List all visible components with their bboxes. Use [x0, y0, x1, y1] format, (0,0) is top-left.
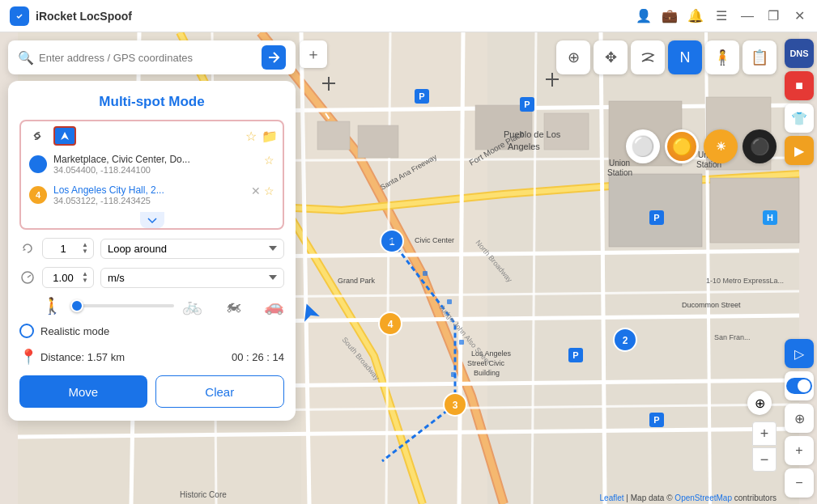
- svg-text:Historic Core: Historic Core: [180, 490, 227, 499]
- close-button[interactable]: ✕: [791, 8, 807, 24]
- search-icon: 🔍: [18, 50, 34, 66]
- speed-row: ▲ ▼ m/s: [19, 267, 284, 288]
- distance-row: 📍 Distance: 1.57 km 00 : 26 : 14: [19, 348, 284, 366]
- route-folder-button[interactable]: 📁: [262, 129, 278, 144]
- route-item-name-2: Los Angeles City Hall, 2...: [53, 184, 248, 196]
- contributors-label: contributors: [734, 493, 777, 502]
- rt-dns-button[interactable]: DNS: [785, 39, 814, 68]
- speed-icon: [19, 269, 36, 286]
- svg-text:P: P: [419, 91, 424, 101]
- minimize-button[interactable]: —: [739, 8, 755, 24]
- svg-text:Building: Building: [474, 369, 500, 377]
- route-item-remove-2[interactable]: ✕: [251, 184, 261, 197]
- svg-text:1-10 Metro ExpressLa...: 1-10 Metro ExpressLa...: [706, 277, 784, 285]
- rt-shirt-button[interactable]: 👕: [785, 104, 814, 133]
- route-item-2: 4 Los Angeles City Hall, 2... 34.053122,…: [26, 181, 278, 209]
- loop-count-value[interactable]: [48, 243, 79, 255]
- compass-button[interactable]: ⊕: [747, 391, 772, 415]
- menu-icon[interactable]: ☰: [713, 8, 730, 24]
- speed-input[interactable]: ▲ ▼: [42, 267, 94, 288]
- svg-marker-66: [23, 248, 26, 251]
- transport-slider-thumb[interactable]: [70, 299, 83, 312]
- route-star-button[interactable]: ☆: [245, 129, 257, 144]
- left-panel: 🔍 Multi-spot Mode: [8, 40, 296, 421]
- bell-icon[interactable]: 🔔: [687, 8, 704, 24]
- route-item-name-1: Marketplace, Civic Center, Do...: [53, 154, 261, 165]
- route-item-star-1[interactable]: ☆: [264, 154, 274, 167]
- route-item-text-1: Marketplace, Civic Center, Do... 34.0544…: [53, 154, 261, 175]
- svg-text:H: H: [767, 213, 773, 222]
- osm-link[interactable]: OpenStreetMap: [674, 493, 732, 502]
- zoom-out-button[interactable]: −: [752, 447, 777, 472]
- svg-text:San Fran...: San Fran...: [714, 333, 751, 341]
- window-controls: 👤 💼 🔔 ☰ — ❐ ✕: [636, 8, 807, 24]
- map-tool-clipboard[interactable]: 📋: [743, 40, 777, 74]
- action-buttons: Move Clear: [19, 375, 284, 408]
- rt-red-button[interactable]: ■: [785, 71, 814, 100]
- rt-zoomout-button[interactable]: −: [785, 468, 814, 498]
- route-list-container: ☆ 📁 Marketplace, Civic Center, Do... 34.…: [19, 120, 284, 230]
- rt-toggle-button[interactable]: [785, 371, 814, 400]
- expand-button[interactable]: [140, 212, 164, 228]
- svg-text:Angeles: Angeles: [508, 142, 540, 151]
- rt-zoomin-button[interactable]: +: [785, 436, 814, 465]
- move-button[interactable]: Move: [19, 375, 147, 408]
- route-item-text-2: Los Angeles City Hall, 2... 34.053122, -…: [53, 184, 248, 205]
- loop-count-row: ▲ ▼ Loop around: [19, 238, 284, 259]
- time-text: 00 : 26 : 14: [232, 351, 284, 363]
- pokeball-red[interactable]: ⚪: [626, 129, 660, 163]
- clear-button[interactable]: Clear: [155, 375, 285, 408]
- svg-rect-59: [390, 239, 395, 244]
- map-tool-crosshair[interactable]: ⊕: [556, 40, 590, 74]
- transport-car[interactable]: 🚗: [264, 296, 284, 316]
- svg-text:P: P: [572, 350, 578, 360]
- speed-stepper[interactable]: ▲ ▼: [82, 271, 88, 284]
- svg-text:2: 2: [623, 335, 628, 346]
- svg-rect-63: [451, 372, 456, 377]
- speed-value[interactable]: [48, 272, 79, 284]
- loop-mode-select[interactable]: Loop around: [100, 239, 284, 259]
- svg-text:Civic Center: Civic Center: [415, 236, 454, 244]
- route-link-button[interactable]: [26, 126, 49, 146]
- loop-count-input[interactable]: ▲ ▼: [42, 238, 94, 259]
- map-tool-person[interactable]: 🧍: [705, 40, 739, 74]
- transport-bike[interactable]: 🚲: [182, 296, 202, 316]
- transport-motor[interactable]: 🏍: [225, 297, 241, 316]
- rt-nav-button[interactable]: ▶: [785, 136, 814, 165]
- route-navigate-button[interactable]: [53, 126, 76, 146]
- loop-count-down[interactable]: ▼: [82, 248, 88, 255]
- rt-locate-button[interactable]: ⊕: [785, 404, 814, 433]
- rt-arrow-button[interactable]: ▷: [785, 339, 814, 368]
- app-logo: [10, 6, 29, 26]
- add-location-button[interactable]: ＋: [300, 40, 327, 68]
- profile-icon[interactable]: 👤: [636, 8, 652, 24]
- pokeball-orange[interactable]: ☀: [704, 129, 738, 163]
- pokemon-overlay: ⚪ 🟡 ☀ ⚫: [626, 129, 777, 163]
- search-bar: 🔍: [8, 40, 296, 74]
- realistic-mode-checkbox[interactable]: [19, 324, 34, 338]
- loop-count-stepper[interactable]: ▲ ▼: [82, 242, 88, 255]
- search-input[interactable]: [39, 52, 257, 64]
- svg-text:P: P: [653, 213, 659, 222]
- svg-rect-61: [447, 299, 452, 304]
- map-tool-move[interactable]: ✥: [594, 40, 628, 74]
- multispot-title: Multi-spot Mode: [19, 94, 284, 110]
- transport-slider[interactable]: [70, 304, 174, 307]
- route-item-star-2[interactable]: ☆: [264, 184, 274, 197]
- transport-walk[interactable]: 🚶: [42, 296, 62, 316]
- map-tool-navigate[interactable]: N: [668, 40, 702, 74]
- restore-button[interactable]: ❐: [765, 8, 781, 24]
- search-button[interactable]: [262, 45, 286, 70]
- map-tool-route[interactable]: [631, 40, 665, 74]
- route-item-icon-2: 4: [29, 186, 47, 204]
- leaflet-link[interactable]: Leaflet: [600, 493, 624, 502]
- svg-text:3: 3: [453, 400, 458, 411]
- transport-row: 🚶 🚲 🏍 🚗: [19, 296, 284, 316]
- pokeball-yellow[interactable]: 🟡: [665, 129, 699, 163]
- speed-down[interactable]: ▼: [82, 277, 88, 284]
- briefcase-icon[interactable]: 💼: [662, 8, 678, 24]
- speed-unit-select[interactable]: m/s: [100, 268, 284, 288]
- map-footer: Leaflet | Map data © OpenStreetMap contr…: [600, 493, 777, 502]
- pokeball-dark[interactable]: ⚫: [743, 129, 777, 163]
- zoom-in-button[interactable]: +: [752, 421, 777, 446]
